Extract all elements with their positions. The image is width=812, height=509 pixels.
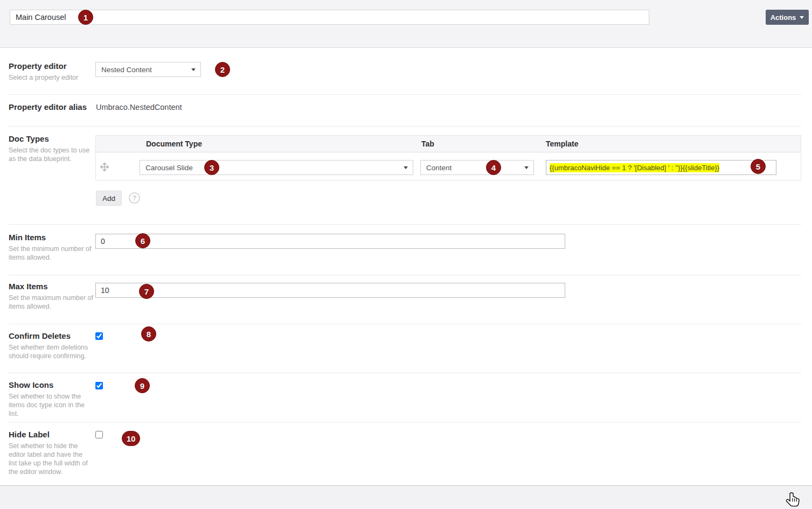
doc-types-table-header: Document Type Tab Template: [96, 136, 801, 152]
annotation-badge-1: 1: [78, 10, 93, 25]
show-icons-help: Set whether to show the items doc type i…: [9, 392, 94, 418]
actions-button[interactable]: Actions: [766, 10, 809, 25]
confirm-deletes-label: Confirm Deletes: [9, 331, 71, 340]
hide-label-checkbox[interactable]: [95, 431, 103, 438]
datatype-name-input[interactable]: [10, 10, 649, 25]
min-items-help: Set the minimum number of items allowed.: [9, 245, 94, 262]
move-icon[interactable]: [100, 163, 109, 171]
caret-down-icon: [404, 166, 408, 169]
max-items-input[interactable]: [95, 283, 565, 298]
annotation-badge-2: 2: [215, 62, 230, 77]
datatype-editor-page: Actions 1 2 3 4 5 6 7 8 9 10 Property ed…: [0, 0, 812, 509]
property-editor-alias-label: Property editor alias: [9, 102, 87, 111]
property-editor-label: Property editor: [9, 61, 67, 71]
top-bar: Actions: [0, 0, 812, 48]
help-icon[interactable]: ?: [129, 192, 140, 204]
tab-select[interactable]: Content: [420, 160, 534, 175]
divider: [9, 126, 801, 127]
divider: [9, 224, 801, 225]
min-items-label: Min Items: [9, 233, 46, 242]
annotation-badge-4: 4: [486, 160, 501, 175]
divider: [9, 422, 801, 422]
tab-select-value: Content: [426, 164, 452, 172]
caret-down-icon: [191, 68, 196, 71]
footer-bar: Save: [0, 485, 812, 509]
annotation-badge-6: 6: [135, 233, 150, 248]
column-header-template: Template: [546, 140, 578, 148]
annotation-badge-10: 10: [122, 431, 140, 446]
show-icons-checkbox[interactable]: [95, 382, 103, 389]
template-input[interactable]: {{umbracoNaviHide == 1 ? '[Disabled] ' :…: [546, 160, 776, 175]
max-items-help: Set the maximum number of items allowed.: [9, 294, 94, 311]
doc-types-table: Document Type Tab Template Carousel Slid…: [95, 135, 801, 180]
divider: [9, 94, 801, 95]
annotation-badge-8: 8: [141, 326, 156, 341]
annotation-badge-3: 3: [204, 160, 219, 175]
min-items-input[interactable]: [95, 234, 565, 249]
annotation-badge-7: 7: [139, 284, 154, 299]
confirm-deletes-checkbox[interactable]: [95, 332, 103, 340]
template-input-selected-text: {{umbracoNaviHide == 1 ? '[Disabled] ' :…: [550, 163, 719, 172]
document-type-select[interactable]: Carousel Slide: [140, 160, 413, 175]
max-items-label: Max Items: [9, 282, 48, 291]
property-editor-select-value: Nested Content: [101, 66, 152, 74]
property-editor-help: Select a property editor: [9, 73, 94, 82]
divider: [9, 373, 801, 373]
document-type-select-value: Carousel Slide: [145, 164, 193, 172]
hide-label-label: Hide Label: [9, 430, 50, 439]
column-header-tab: Tab: [421, 140, 434, 148]
annotation-badge-5: 5: [751, 159, 766, 174]
annotation-badge-9: 9: [135, 378, 150, 393]
actions-button-label: Actions: [771, 13, 796, 22]
doc-types-label: Doc Types: [9, 134, 49, 143]
column-header-document-type: Document Type: [146, 140, 202, 148]
property-editor-alias-value: Umbraco.NestedContent: [96, 103, 182, 111]
add-doc-type-button[interactable]: Add: [96, 191, 122, 206]
property-editor-select[interactable]: Nested Content: [95, 62, 201, 77]
hide-label-help: Set whether to hide the editor label and…: [9, 442, 89, 476]
confirm-deletes-help: Set whether item deletions should requir…: [9, 343, 94, 360]
caret-down-icon: [800, 16, 804, 19]
show-icons-label: Show Icons: [9, 380, 53, 389]
caret-down-icon: [524, 166, 529, 169]
divider: [9, 324, 801, 324]
doc-types-help: Select the doc types to use as the data …: [9, 146, 94, 163]
divider: [9, 275, 801, 275]
